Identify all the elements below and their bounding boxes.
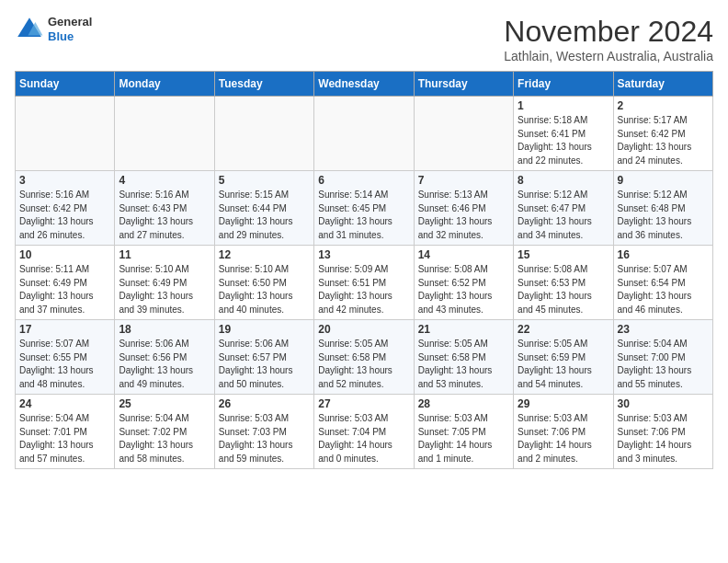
logo: General Blue (15, 15, 92, 44)
day-info: Sunrise: 5:04 AM Sunset: 7:00 PM Dayligh… (618, 338, 709, 391)
calendar-cell: 16Sunrise: 5:07 AM Sunset: 6:54 PM Dayli… (613, 246, 712, 320)
calendar-cell: 9Sunrise: 5:12 AM Sunset: 6:48 PM Daylig… (613, 171, 712, 246)
calendar-cell: 14Sunrise: 5:08 AM Sunset: 6:52 PM Dayli… (414, 246, 513, 320)
calendar-cell: 28Sunrise: 5:03 AM Sunset: 7:05 PM Dayli… (414, 395, 513, 469)
day-number: 1 (518, 99, 609, 112)
day-info: Sunrise: 5:09 AM Sunset: 6:51 PM Dayligh… (318, 263, 409, 316)
calendar-cell: 12Sunrise: 5:10 AM Sunset: 6:50 PM Dayli… (214, 246, 313, 320)
day-number: 7 (418, 174, 509, 187)
calendar-cell: 11Sunrise: 5:10 AM Sunset: 6:49 PM Dayli… (115, 246, 214, 320)
calendar-cell: 5Sunrise: 5:15 AM Sunset: 6:44 PM Daylig… (214, 171, 313, 246)
calendar-cell (314, 97, 414, 171)
day-info: Sunrise: 5:03 AM Sunset: 7:04 PM Dayligh… (318, 412, 409, 465)
day-number: 15 (518, 248, 609, 261)
calendar-cell: 29Sunrise: 5:03 AM Sunset: 7:06 PM Dayli… (514, 395, 613, 469)
day-number: 13 (318, 248, 409, 261)
day-info: Sunrise: 5:18 AM Sunset: 6:41 PM Dayligh… (518, 114, 609, 167)
day-info: Sunrise: 5:07 AM Sunset: 6:55 PM Dayligh… (19, 338, 110, 391)
day-info: Sunrise: 5:10 AM Sunset: 6:49 PM Dayligh… (119, 263, 210, 316)
calendar-cell: 17Sunrise: 5:07 AM Sunset: 6:55 PM Dayli… (16, 320, 115, 395)
day-number: 14 (418, 248, 509, 261)
day-number: 12 (219, 248, 310, 261)
calendar-cell: 26Sunrise: 5:03 AM Sunset: 7:03 PM Dayli… (214, 395, 313, 469)
calendar-cell: 21Sunrise: 5:05 AM Sunset: 6:58 PM Dayli… (414, 320, 513, 395)
day-number: 3 (19, 174, 110, 187)
day-number: 6 (318, 174, 409, 187)
day-info: Sunrise: 5:08 AM Sunset: 6:52 PM Dayligh… (418, 263, 509, 316)
calendar-cell: 2Sunrise: 5:17 AM Sunset: 6:42 PM Daylig… (613, 97, 712, 171)
day-number: 21 (418, 323, 509, 336)
calendar-cell: 10Sunrise: 5:11 AM Sunset: 6:49 PM Dayli… (16, 246, 115, 320)
day-number: 26 (219, 397, 310, 410)
calendar-table: SundayMondayTuesdayWednesdayThursdayFrid… (15, 71, 713, 469)
day-number: 30 (618, 397, 709, 410)
calendar-cell (115, 97, 214, 171)
day-number: 28 (418, 397, 509, 410)
day-number: 16 (618, 248, 709, 261)
day-info: Sunrise: 5:05 AM Sunset: 6:58 PM Dayligh… (318, 338, 409, 391)
calendar-cell: 19Sunrise: 5:06 AM Sunset: 6:57 PM Dayli… (214, 320, 313, 395)
calendar-cell: 3Sunrise: 5:16 AM Sunset: 6:42 PM Daylig… (16, 171, 115, 246)
day-info: Sunrise: 5:12 AM Sunset: 6:47 PM Dayligh… (518, 189, 609, 242)
day-info: Sunrise: 5:17 AM Sunset: 6:42 PM Dayligh… (618, 114, 709, 167)
day-info: Sunrise: 5:03 AM Sunset: 7:05 PM Dayligh… (418, 412, 509, 465)
day-info: Sunrise: 5:04 AM Sunset: 7:02 PM Dayligh… (119, 412, 210, 465)
calendar-cell: 18Sunrise: 5:06 AM Sunset: 6:56 PM Dayli… (115, 320, 214, 395)
day-number: 25 (119, 397, 210, 410)
day-number: 2 (618, 99, 709, 112)
weekday-wednesday: Wednesday (314, 72, 414, 97)
logo-general: General (48, 15, 92, 29)
day-info: Sunrise: 5:16 AM Sunset: 6:43 PM Dayligh… (119, 189, 210, 242)
calendar-cell: 20Sunrise: 5:05 AM Sunset: 6:58 PM Dayli… (314, 320, 414, 395)
calendar-cell: 23Sunrise: 5:04 AM Sunset: 7:00 PM Dayli… (613, 320, 712, 395)
day-number: 27 (318, 397, 409, 410)
day-number: 20 (318, 323, 409, 336)
logo-blue: Blue (48, 29, 74, 43)
day-info: Sunrise: 5:16 AM Sunset: 6:42 PM Dayligh… (19, 189, 110, 242)
day-number: 11 (119, 248, 210, 261)
calendar-cell (214, 97, 313, 171)
weekday-friday: Friday (514, 72, 613, 97)
day-number: 4 (119, 174, 210, 187)
calendar-cell: 22Sunrise: 5:05 AM Sunset: 6:59 PM Dayli… (514, 320, 613, 395)
day-number: 9 (618, 174, 709, 187)
calendar-cell: 4Sunrise: 5:16 AM Sunset: 6:43 PM Daylig… (115, 171, 214, 246)
calendar-cell: 8Sunrise: 5:12 AM Sunset: 6:47 PM Daylig… (514, 171, 613, 246)
day-info: Sunrise: 5:05 AM Sunset: 6:59 PM Dayligh… (518, 338, 609, 391)
calendar-cell: 25Sunrise: 5:04 AM Sunset: 7:02 PM Dayli… (115, 395, 214, 469)
calendar-cell (16, 97, 115, 171)
calendar-cell: 1Sunrise: 5:18 AM Sunset: 6:41 PM Daylig… (514, 97, 613, 171)
day-number: 8 (518, 174, 609, 187)
day-number: 23 (618, 323, 709, 336)
day-info: Sunrise: 5:03 AM Sunset: 7:03 PM Dayligh… (219, 412, 310, 465)
calendar-cell: 13Sunrise: 5:09 AM Sunset: 6:51 PM Dayli… (314, 246, 414, 320)
day-number: 22 (518, 323, 609, 336)
calendar-cell: 6Sunrise: 5:14 AM Sunset: 6:45 PM Daylig… (314, 171, 414, 246)
calendar-cell: 27Sunrise: 5:03 AM Sunset: 7:04 PM Dayli… (314, 395, 414, 469)
weekday-saturday: Saturday (613, 72, 712, 97)
day-info: Sunrise: 5:04 AM Sunset: 7:01 PM Dayligh… (19, 412, 110, 465)
day-info: Sunrise: 5:15 AM Sunset: 6:44 PM Dayligh… (219, 189, 310, 242)
day-info: Sunrise: 5:14 AM Sunset: 6:45 PM Dayligh… (318, 189, 409, 242)
weekday-sunday: Sunday (16, 72, 115, 97)
day-info: Sunrise: 5:05 AM Sunset: 6:58 PM Dayligh… (418, 338, 509, 391)
calendar-cell: 24Sunrise: 5:04 AM Sunset: 7:01 PM Dayli… (16, 395, 115, 469)
page-header: General Blue November 2024 Lathlain, Wes… (15, 15, 713, 63)
day-number: 10 (19, 248, 110, 261)
weekday-monday: Monday (115, 72, 214, 97)
calendar-cell: 15Sunrise: 5:08 AM Sunset: 6:53 PM Dayli… (514, 246, 613, 320)
day-info: Sunrise: 5:11 AM Sunset: 6:49 PM Dayligh… (19, 263, 110, 316)
day-number: 19 (219, 323, 310, 336)
day-number: 18 (119, 323, 210, 336)
day-info: Sunrise: 5:03 AM Sunset: 7:06 PM Dayligh… (518, 412, 609, 465)
day-info: Sunrise: 5:07 AM Sunset: 6:54 PM Dayligh… (618, 263, 709, 316)
day-info: Sunrise: 5:03 AM Sunset: 7:06 PM Dayligh… (618, 412, 709, 465)
day-info: Sunrise: 5:12 AM Sunset: 6:48 PM Dayligh… (618, 189, 709, 242)
day-number: 5 (219, 174, 310, 187)
location: Lathlain, Western Australia, Australia (504, 49, 713, 63)
title-block: November 2024 Lathlain, Western Australi… (504, 15, 713, 63)
weekday-tuesday: Tuesday (214, 72, 313, 97)
calendar-cell: 30Sunrise: 5:03 AM Sunset: 7:06 PM Dayli… (613, 395, 712, 469)
logo-icon (15, 15, 44, 44)
calendar-cell: 7Sunrise: 5:13 AM Sunset: 6:46 PM Daylig… (414, 171, 513, 246)
